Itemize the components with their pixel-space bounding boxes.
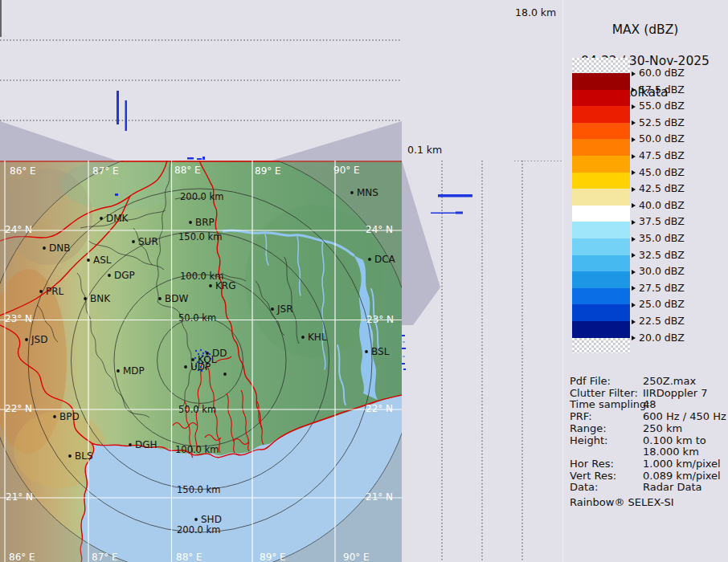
- city-marker-dot: [271, 307, 274, 311]
- metadata-label: Vert Res:: [570, 470, 643, 483]
- metadata-label: Clutter Filter:: [570, 388, 643, 400]
- tick-arrow-icon: [632, 270, 636, 275]
- metadata-value: 0.089 km/pixel: [643, 470, 721, 483]
- tick-arrow-icon: [632, 237, 636, 242]
- radar-map: 86° E87° E88° E89° E90° E86° E87° E88° E…: [0, 161, 402, 562]
- colorbar-band: [572, 206, 630, 222]
- colorbar-band: [572, 139, 630, 156]
- colorbar-band: [572, 156, 630, 173]
- city-marker-dot: [301, 336, 305, 339]
- metadata-row: Hor Res:1.000 km/pixel: [570, 458, 726, 470]
- city-label: SUR: [138, 236, 158, 247]
- tick-arrow-icon: [632, 88, 636, 92]
- city-label: PRL: [46, 286, 64, 297]
- metadata-label: Pdf File:: [570, 376, 643, 388]
- dbz-threshold-label: 57.5 dBZ: [632, 84, 685, 96]
- latitude-label: 23° N: [366, 314, 394, 325]
- colorbar-band: [572, 238, 630, 255]
- metadata-value: 1.000 km/pixel: [643, 458, 721, 470]
- range-ring-label: 150.0 km: [178, 231, 222, 242]
- metadata-label: Data:: [570, 482, 643, 494]
- colorbar-band: [572, 288, 630, 305]
- longitude-label: 86° E: [10, 165, 36, 177]
- latitude-label: 22° N: [5, 403, 32, 414]
- longitude-label: 90° E: [333, 165, 360, 176]
- metadata-value: 250 km: [643, 423, 682, 435]
- city-label: JSR: [276, 303, 293, 315]
- colorbar-band: [572, 255, 630, 272]
- dbz-threshold-label: 60.0 dBZ: [632, 67, 685, 79]
- tick-arrow-icon: [632, 104, 636, 109]
- range-ring-label: 200.0 km: [180, 191, 223, 202]
- dbz-threshold-label: 30.0 dBZ: [632, 266, 685, 277]
- city-label: DGH: [135, 439, 157, 450]
- colorbar-band: [572, 73, 630, 90]
- metadata-label: Hor Res:: [570, 458, 643, 470]
- city-marker-dot: [209, 284, 212, 287]
- city-marker-dot: [87, 259, 90, 262]
- window-edge-artifact: [0, 0, 2, 37]
- city-marker-dot: [39, 290, 43, 293]
- city-marker-dot: [117, 369, 120, 373]
- dbz-threshold-label: 45.0 dBZ: [632, 167, 685, 178]
- metadata-value: IIRDoppler 7: [643, 388, 708, 400]
- city-marker-dot: [43, 246, 46, 250]
- dbz-threshold-label: 47.5 dBZ: [632, 150, 685, 161]
- metadata-row: PRF:600 Hz / 450 Hz: [570, 411, 726, 423]
- tick-arrow-icon: [632, 137, 636, 142]
- city-marker-dot: [194, 518, 198, 521]
- latitude-label: 22° N: [366, 403, 393, 414]
- metadata-label: Height:: [570, 435, 643, 458]
- colorbar-band: [572, 304, 630, 321]
- tick-arrow-icon: [632, 154, 636, 159]
- city-marker-dot: [368, 258, 371, 261]
- tick-arrow-icon: [632, 220, 636, 225]
- city-marker-dot: [158, 297, 162, 300]
- city-label: ASL: [93, 255, 112, 266]
- longitude-label: 87° E: [92, 165, 119, 177]
- metadata-row: Pdf File:250Z.max: [570, 376, 726, 388]
- city-label: MDP: [123, 365, 145, 377]
- longitude-label: 90° E: [343, 552, 370, 562]
- dbz-threshold-label: 50.0 dBZ: [632, 133, 685, 145]
- city-label: BLS: [75, 450, 93, 462]
- metadata-row: Time sampling:48: [570, 399, 726, 411]
- range-ring-label: 50.0 km: [178, 312, 216, 324]
- tick-arrow-icon: [632, 286, 636, 291]
- longitude-label: 89° E: [260, 552, 286, 562]
- city-label: MNS: [357, 187, 378, 198]
- longitude-label: 89° E: [255, 165, 281, 177]
- city-label: DNB: [49, 242, 70, 254]
- city-label: UDP: [190, 361, 211, 373]
- metadata-value: 250Z.max: [643, 376, 696, 388]
- dbz-threshold-label: 52.5 dBZ: [632, 117, 685, 128]
- city-marker-dot: [365, 350, 368, 353]
- city-label: DMK: [106, 213, 129, 224]
- city-label: JSD: [31, 334, 47, 345]
- product-metadata: Pdf File:250Z.maxClutter Filter:IIRDoppl…: [570, 376, 726, 509]
- colorbar-overflow-band: [572, 58, 630, 73]
- metadata-label: PRF:: [570, 411, 643, 423]
- city-label: KHL: [308, 332, 327, 343]
- tick-arrow-icon: [632, 253, 636, 258]
- city-marker-dot: [132, 240, 135, 243]
- city-label: DCA: [374, 254, 396, 265]
- colorbar-band: [572, 222, 630, 238]
- colorbar-band: [572, 90, 630, 107]
- city-marker-dot: [84, 297, 87, 300]
- latitude-label: 21° N: [6, 491, 33, 503]
- colorbar-band: [572, 189, 630, 206]
- metadata-label: Range:: [570, 423, 643, 435]
- colorbar-band: [572, 173, 630, 189]
- dbz-colorbar: [572, 58, 630, 353]
- city-marker-dot: [53, 415, 56, 418]
- metadata-row: Vert Res:0.089 km/pixel: [570, 470, 726, 483]
- metadata-value: 0.100 km to 18.000 km: [643, 435, 706, 458]
- dbz-threshold-label: 27.5 dBZ: [632, 283, 685, 294]
- tick-arrow-icon: [632, 71, 636, 76]
- city-label: SHD: [201, 514, 222, 525]
- metadata-row: Clutter Filter:IIRDoppler 7: [570, 388, 726, 400]
- echo-pixel: [195, 350, 197, 352]
- dbz-threshold-label: 42.5 dBZ: [632, 183, 685, 194]
- tick-arrow-icon: [632, 170, 636, 175]
